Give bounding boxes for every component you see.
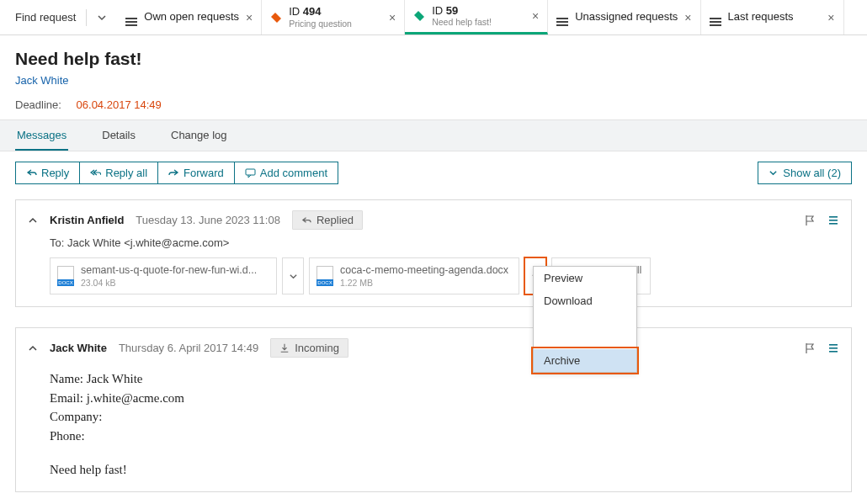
reply-icon [26,167,37,178]
message-item: Jack White Thursday 6. April 2017 14:49 … [15,327,852,492]
reply-icon [301,215,311,225]
attachment-menu-button[interactable] [282,257,304,294]
message-actions [804,342,839,354]
messages-list: Kristin Anfield Tuesday 13. June 2023 11… [0,191,867,504]
tab-label: ID 59 Need help fast! [432,5,492,28]
more-icon[interactable] [827,215,839,226]
menu-item-preview[interactable]: Preview [534,267,636,289]
find-request[interactable]: Find request [0,0,117,34]
collapse-icon[interactable] [28,343,38,353]
attachment-row: semant-us-q-quote-for-new-fun-wi.d... 23… [50,257,839,294]
deadline-value: 06.04.2017 14:49 [77,98,162,111]
close-icon[interactable]: × [532,9,539,23]
more-icon[interactable] [827,342,839,354]
chevron-down-icon[interactable] [97,13,107,23]
show-all-button[interactable]: Show all (2) [758,162,852,184]
status-badge: Incoming [270,338,348,358]
body-line: Name: Jack White [50,369,839,389]
attachment-meta: semant-us-q-quote-for-new-fun-wi.d... 23… [81,263,257,289]
request-header: Need help fast! Jack White Deadline: 06.… [0,35,867,119]
tag-icon [270,12,282,24]
attachment-name: coca-c-memo-meeting-agenda.docx [340,264,508,276]
status-badge: Replied [292,210,363,230]
tab-own-open-requests[interactable]: Own open requests × [117,0,262,34]
svg-rect-4 [829,344,838,346]
separator [86,9,87,26]
tab-label: Last requests [728,11,794,24]
subtab-changelog[interactable]: Change log [169,120,229,151]
close-icon[interactable]: × [246,11,253,24]
body-line: Phone: [50,427,839,446]
action-button-group: Reply Reply all Forward Add comment [15,162,338,184]
close-icon[interactable]: × [684,11,691,24]
message-header: Kristin Anfield Tuesday 13. June 2023 11… [28,210,839,230]
subtab-details[interactable]: Details [100,120,137,151]
chevron-down-icon [769,168,778,178]
body-line: Company: [50,407,839,427]
message-body: Name: Jack White Email: j.white@acme.com… [50,369,839,480]
chevron-down-icon [289,272,298,281]
list-icon [125,16,137,19]
svg-rect-2 [829,220,838,221]
add-comment-button[interactable]: Add comment [235,162,338,183]
find-request-label: Find request [15,11,76,24]
body-line: Need help fast! [50,460,839,480]
svg-rect-3 [829,223,838,225]
deadline-row: Deadline: 06.04.2017 14:49 [15,98,852,111]
collapse-icon[interactable] [28,215,38,225]
reply-all-button[interactable]: Reply all [80,162,158,183]
forward-icon [168,167,179,178]
attachment-name: semant-us-q-quote-for-new-fun-wi.d... [81,264,257,276]
message-to: To: Jack White <j.white@acme.com> [50,236,839,249]
message-sender: Kristin Anfield [50,214,124,226]
flag-icon[interactable] [804,342,816,354]
menu-item-download[interactable]: Download [534,289,636,312]
tab-id-59[interactable]: ID 59 Need help fast! × [405,0,548,34]
tab-unassigned-requests[interactable]: Unassigned requests × [548,0,700,34]
body-line: Email: j.white@acme.com [50,389,839,408]
tag-icon [413,10,425,22]
tab-label: Own open requests [144,11,239,24]
subtab-bar: Messages Details Change log [0,119,867,151]
page-title: Need help fast! [15,49,852,69]
subtab-messages[interactable]: Messages [15,120,68,151]
docx-icon [316,266,333,286]
attachment-dropdown: Preview Download Archive [533,266,637,373]
attachment-size: 1.22 MB [340,278,373,288]
attachment-size: 23.04 kB [81,278,115,288]
requester-link[interactable]: Jack White [15,74,852,87]
message-date: Tuesday 13. June 2023 11:08 [136,214,280,226]
reply-all-icon [90,167,101,178]
message-item: Kristin Anfield Tuesday 13. June 2023 11… [15,199,852,307]
incoming-icon [279,343,290,353]
deadline-label: Deadline: [15,98,61,111]
tab-last-requests[interactable]: Last requests × [701,0,844,34]
svg-rect-5 [829,347,838,349]
tab-label: Unassigned requests [575,11,678,24]
tab-bar: Find request Own open requests × ID 494 … [0,0,867,35]
close-icon[interactable]: × [827,11,834,24]
docx-icon [57,266,74,286]
tab-label: ID 494 Pricing question [289,6,352,29]
attachment-meta: coca-c-memo-meeting-agenda.docx 1.22 MB [340,263,508,289]
svg-rect-6 [829,351,838,353]
attachment-item[interactable]: semant-us-q-quote-for-new-fun-wi.d... 23… [50,257,277,294]
menu-item-archive[interactable]: Archive [534,349,636,372]
reply-button[interactable]: Reply [16,162,80,183]
flag-icon[interactable] [804,215,816,226]
list-icon [710,16,721,19]
message-toolbar: Reply Reply all Forward Add comment Show… [0,151,867,191]
message-header: Jack White Thursday 6. April 2017 14:49 … [28,338,839,358]
message-actions [804,215,839,226]
comment-icon [245,167,256,178]
svg-rect-1 [829,216,838,218]
attachment-item[interactable]: coca-c-memo-meeting-agenda.docx 1.22 MB [309,257,519,294]
svg-rect-0 [246,169,255,175]
close-icon[interactable]: × [389,11,396,24]
message-date: Thursday 6. April 2017 14:49 [119,342,258,354]
message-sender: Jack White [50,342,107,354]
list-icon [556,16,568,19]
forward-button[interactable]: Forward [158,162,235,183]
tab-id-494[interactable]: ID 494 Pricing question × [262,0,405,34]
